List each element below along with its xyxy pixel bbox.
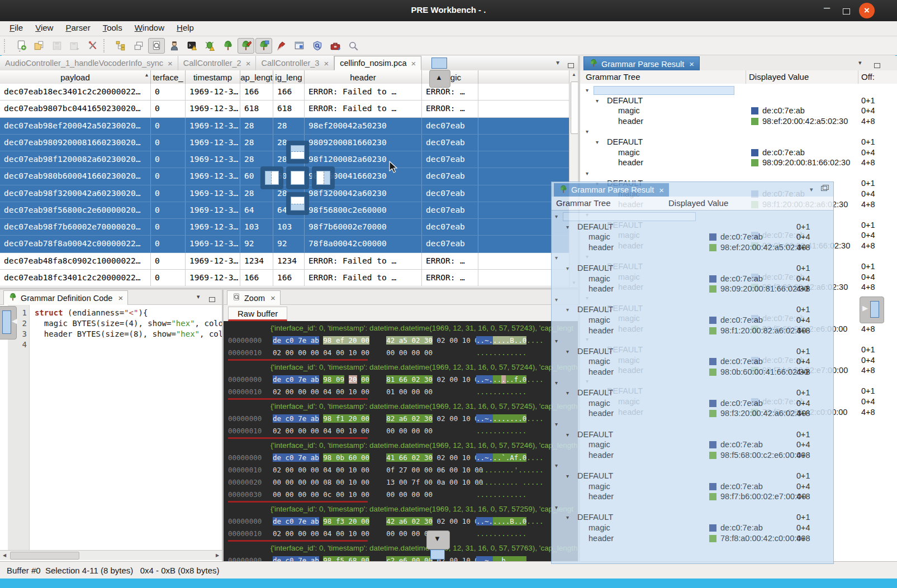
table-cell[interactable]: dec07eab18ec3401c2c20000022…: [0, 84, 151, 100]
code-editor[interactable]: 1struct (endianness="<"){2 magic BYTES(s…: [0, 305, 222, 552]
table-cell[interactable]: 1969-12-3…: [186, 168, 240, 184]
ascii-column[interactable]: ..~...`.Af.0....: [476, 452, 543, 464]
close-panel-icon[interactable]: ×: [689, 59, 694, 69]
table-cell[interactable]: 1969-12-3…: [186, 253, 240, 269]
table-cell[interactable]: ERROR: Failed to …: [305, 270, 422, 286]
table-cell[interactable]: 1234: [273, 253, 305, 269]
tree-node-label[interactable]: header: [588, 284, 614, 293]
grammar-tree-edit-icon[interactable]: [238, 38, 254, 54]
table-cell[interactable]: 1969-12-3…: [186, 219, 240, 235]
tree-node-label[interactable]: DEFAULT: [607, 96, 643, 105]
tree-expander-icon[interactable]: ▾: [555, 421, 558, 427]
table-row[interactable]: dec07eab980b600041660230020…01969-12-3…6…: [0, 168, 569, 185]
table-cell[interactable]: ERROR: Failed to …: [305, 84, 422, 100]
tools-icon[interactable]: [84, 38, 101, 54]
tree-node-label[interactable]: DEFAULT: [577, 347, 613, 356]
table-cell[interactable]: 98f56800c2e60000: [305, 202, 422, 218]
table-cell[interactable]: 0: [151, 253, 186, 269]
hex-bytes[interactable]: 02 00 00 00 04 00 10 00 01 00 00 00: [273, 386, 433, 398]
table-cell[interactable]: 0: [151, 135, 186, 151]
panel-menu-icon[interactable]: ▾: [858, 59, 862, 66]
close-panel-icon[interactable]: ×: [270, 293, 276, 303]
tree-expander-icon[interactable]: ▾: [555, 255, 558, 261]
table-cell[interactable]: ERROR: …: [422, 253, 478, 269]
table-cell[interactable]: 28: [240, 151, 273, 168]
open-file-icon[interactable]: [31, 38, 48, 54]
column-header-payload[interactable]: payload▴: [0, 70, 151, 84]
table-cell[interactable]: 1969-12-3…: [186, 270, 240, 286]
column-header-ig_leng[interactable]: ig_leng: [273, 70, 305, 84]
hex-line[interactable]: 00000000de c0 7e ab 98 0b 60 00 41 66 02…: [224, 452, 578, 464]
table-cell[interactable]: 9809200081660230: [305, 135, 422, 151]
tree-node-label[interactable]: magic: [588, 482, 610, 491]
table-row[interactable]: dec07eab98f56800c2e60000020…01969-12-3…6…: [0, 202, 569, 219]
table-cell[interactable]: 166: [273, 270, 305, 286]
table-cell[interactable]: 0: [151, 101, 186, 117]
menu-item-parser[interactable]: Parser: [59, 21, 96, 34]
table-row[interactable]: dec07eab9807bc0441650230020…01969-12-3…6…: [0, 101, 569, 117]
menu-item-view[interactable]: View: [29, 21, 59, 34]
title-bar[interactable]: PRE Workbench - . – ×: [0, 0, 897, 21]
hex-line[interactable]: 0000002000 00 00 00 08 00 10 00 13 00 7f…: [224, 476, 578, 489]
hex-line[interactable]: 00000000de c0 7e ab 98 f1 20 00 82 a6 02…: [224, 413, 578, 425]
table-cell[interactable]: dec07eab18fc3401c2c20000022…: [0, 270, 151, 286]
table-cell[interactable]: 0: [151, 151, 186, 168]
float-panel-icon[interactable]: [209, 294, 215, 304]
table-cell[interactable]: dec07eab48fa8c0902c10000022…: [0, 253, 151, 269]
tab-grammar-definition-code[interactable]: Grammar Definition Code ×: [3, 290, 128, 305]
tab-grammar-parse-result-floating[interactable]: Grammar Parse Result ×: [554, 183, 669, 197]
table-cell[interactable]: 64: [240, 202, 273, 218]
close-panel-icon[interactable]: ×: [118, 293, 123, 303]
code-line[interactable]: magic BYTES(size=(4), show="hex", color=: [35, 318, 222, 329]
hex-line[interactable]: 00000000de c0 7e ab 98 09 20 00 81 66 02…: [224, 374, 578, 386]
column-header-timestamp[interactable]: timestamp: [186, 70, 240, 84]
doc-tab-AudioController_1_handleVocoderInfo_sync[interactable]: AudioController_1_handleVocoderInfo_sync…: [0, 56, 178, 70]
tree-node-label[interactable]: magic: [618, 148, 640, 157]
table-cell[interactable]: 98ef200042a50230: [305, 118, 422, 134]
table-cell[interactable]: 0: [151, 118, 186, 134]
table-row[interactable]: dec07eab98f1200082a60230020…01969-12-3…2…: [0, 151, 569, 168]
table-cell[interactable]: 0: [151, 219, 186, 235]
tree-node-label[interactable]: DEFAULT: [577, 305, 613, 314]
tree-node-label[interactable]: DEFAULT: [577, 430, 613, 439]
table-cell[interactable]: 166: [273, 84, 305, 100]
panel-menu-icon[interactable]: ▾: [197, 293, 200, 300]
table-cell[interactable]: 78f8a00042c00000: [305, 236, 422, 252]
ascii-column[interactable]: .......... .....: [476, 476, 543, 489]
ascii-column[interactable]: ..~.....B..0....: [476, 334, 543, 347]
tree-expander-icon[interactable]: ▾: [566, 473, 569, 479]
dock-top-indicator[interactable]: [286, 141, 309, 164]
tree-expander-icon[interactable]: ▾: [586, 87, 588, 93]
tree-node-label[interactable]: header: [618, 158, 643, 167]
float-panel-icon[interactable]: [874, 60, 880, 70]
tree-node-label[interactable]: magic: [588, 357, 610, 366]
hex-bytes[interactable]: 02 00 00 00 04 00 10 00 00 00 00 00: [273, 347, 433, 359]
tree-node-label[interactable]: DEFAULT: [607, 137, 643, 146]
hex-bytes[interactable]: 02 00 00 00 04 00 10 00 0f 27 00 00 06 0…: [273, 464, 483, 476]
hex-bytes[interactable]: 00 00 00 00 08 00 10 00 13 00 7f 00 0a 0…: [273, 476, 483, 489]
tree-structure-icon[interactable]: [112, 38, 129, 54]
tree-expander-icon[interactable]: ▾: [586, 170, 588, 176]
parse-result-tree[interactable]: ▾▾DEFAULT0+1magicde:c0:7e:ab0+4header98:…: [552, 210, 833, 564]
tree-node-label[interactable]: DEFAULT: [577, 513, 613, 522]
tab-grammar-parse-result[interactable]: Grammar Parse Result ×: [583, 56, 700, 71]
tree-node-label[interactable]: DEFAULT: [577, 264, 613, 273]
tree-expander-icon[interactable]: ▾: [555, 462, 558, 469]
search-icon[interactable]: [345, 38, 362, 54]
table-cell[interactable]: 98f1200082a60230: [305, 151, 422, 168]
hex-line[interactable]: 0000001002 00 00 00 04 00 10 00 00 00 00…: [224, 347, 578, 359]
table-row[interactable]: dec07eab98f7b60002e70000020…01969-12-3…1…: [0, 219, 569, 236]
column-header-ap_lengt[interactable]: ap_lengt: [240, 70, 273, 84]
grid-window-icon[interactable]: [291, 38, 308, 54]
grammar-tree-icon[interactable]: [220, 38, 236, 54]
tree-node-label[interactable]: header: [618, 117, 643, 126]
float-panel-icon[interactable]: [821, 185, 827, 192]
code-line[interactable]: struct (endianness="<"){: [35, 308, 148, 318]
hex-line[interactable]: 0000003000 00 00 00 0c 00 10 00 00 00 00…: [224, 489, 578, 501]
tree-expander-icon[interactable]: ▾: [566, 432, 569, 438]
table-cell[interactable]: 28: [240, 118, 273, 134]
tree-node-label[interactable]: magic: [588, 399, 610, 408]
doc-tab-CallController_2[interactable]: CallController_2×: [178, 56, 257, 70]
hex-bytes[interactable]: de c0 7e ab 98 0b 60 00 41 66 02 30 02 0…: [273, 452, 483, 464]
table-cell[interactable]: 0: [151, 236, 186, 252]
